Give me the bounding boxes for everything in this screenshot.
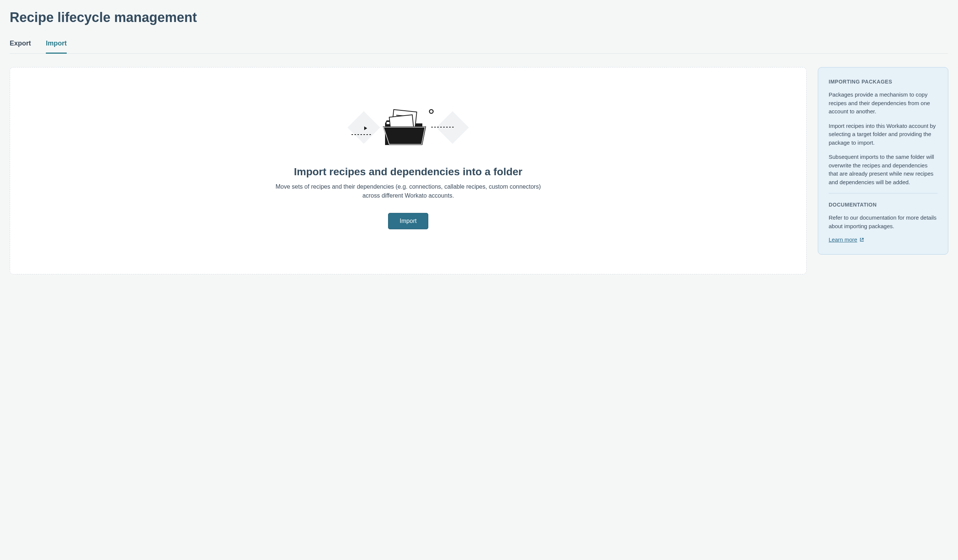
- svg-rect-0: [347, 111, 380, 144]
- import-heading: Import recipes and dependencies into a f…: [294, 166, 522, 178]
- svg-point-5: [430, 109, 433, 113]
- folder-illustration-icon: [345, 105, 471, 151]
- import-description: Move sets of recipes and their dependenc…: [266, 182, 550, 200]
- sidebar-heading-documentation: DOCUMENTATION: [829, 202, 937, 208]
- external-link-icon: [860, 238, 864, 242]
- sidebar-para-3: Subsequent imports to the same folder wi…: [829, 153, 937, 186]
- content-row: Import recipes and dependencies into a f…: [10, 67, 948, 274]
- sidebar-para-1: Packages provide a mechanism to copy rec…: [829, 90, 937, 116]
- svg-rect-6: [387, 122, 390, 124]
- page-title: Recipe lifecycle management: [10, 10, 948, 25]
- learn-more-link[interactable]: Learn more: [829, 236, 864, 243]
- tab-import[interactable]: Import: [46, 36, 67, 54]
- import-button[interactable]: Import: [388, 213, 428, 229]
- tabs-bar: Export Import: [10, 36, 948, 54]
- learn-more-text: Learn more: [829, 236, 857, 243]
- import-card: Import recipes and dependencies into a f…: [10, 67, 807, 274]
- sidebar-para-4: Refer to our documentation for more deta…: [829, 214, 937, 230]
- info-sidebar: IMPORTING PACKAGES Packages provide a me…: [818, 67, 948, 255]
- sidebar-para-2: Import recipes into this Workato account…: [829, 122, 937, 147]
- sidebar-heading-packages: IMPORTING PACKAGES: [829, 79, 937, 85]
- tab-export[interactable]: Export: [10, 36, 31, 54]
- sidebar-divider: [829, 193, 937, 194]
